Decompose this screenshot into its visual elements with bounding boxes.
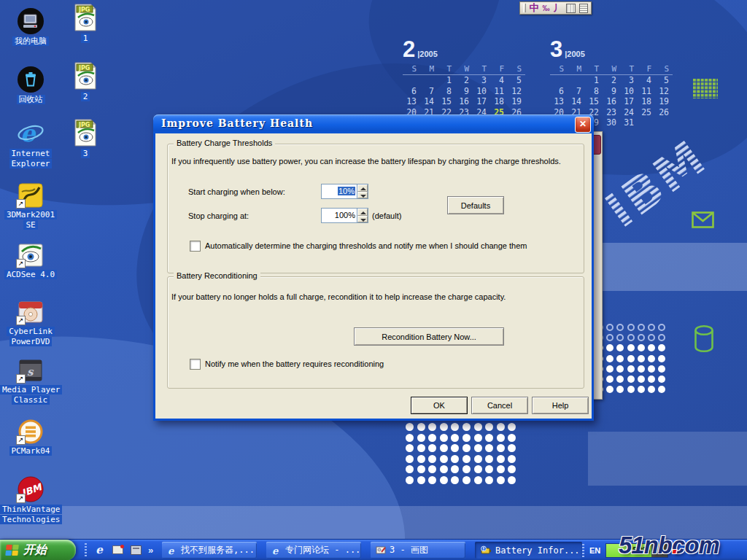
spin-up-button[interactable]	[357, 184, 368, 192]
my-computer-icon[interactable]	[0, 4, 61, 35]
desktop-icon-jpg-file[interactable]: JPG 1	[63, 1, 108, 44]
calendar-day: 5	[655, 75, 673, 86]
mpc-icon[interactable]: s↗	[0, 353, 61, 384]
internet-explorer-icon[interactable]: e	[0, 117, 61, 147]
wallpaper-dot	[485, 455, 493, 463]
wallpaper-dot	[648, 324, 655, 331]
ime-language-bar[interactable]: 中 ‰ 丿	[519, 1, 592, 15]
desktop-icon-jpg-file[interactable]: JPG 3	[63, 117, 108, 159]
quick-launch-grip[interactable]	[85, 543, 87, 556]
calendar-day: 17	[473, 96, 490, 107]
desktop-icon-acdsee[interactable]: ↗ ACDSee 4.0	[0, 238, 61, 280]
wallpaper-dot	[638, 355, 645, 362]
help-button[interactable]: Help	[532, 397, 589, 414]
desktop-icon-label[interactable]: PCMark04	[0, 446, 61, 456]
ime-grip[interactable]	[523, 4, 526, 12]
wallpaper-dot	[428, 423, 436, 431]
powerdvd-icon[interactable]: ↗	[0, 295, 61, 325]
desktop-icon-label[interactable]: 3DMark2001 SE	[0, 210, 61, 230]
pcmark-icon[interactable]: ↗	[0, 414, 61, 445]
wallpaper-dot	[627, 334, 635, 341]
desktop-icon-label[interactable]: ThinkVantage Technologies	[0, 505, 61, 525]
spin-up-button[interactable]	[357, 209, 368, 216]
quick-launch-ie-icon[interactable]: e	[93, 544, 105, 556]
defaults-button[interactable]: Defaults	[447, 196, 504, 214]
start-button[interactable]: 开始	[0, 540, 76, 560]
desktop-icon-mpc[interactable]: s↗ Media Player Classic	[0, 353, 61, 405]
language-indicator[interactable]: EN	[589, 546, 600, 555]
desktop-icon-label[interactable]: 2	[63, 92, 108, 102]
jpg-file-icon[interactable]: JPG	[63, 1, 108, 32]
wallpaper-dot	[658, 376, 665, 383]
task-button-4[interactable]: Battery Infor...	[475, 542, 582, 559]
calendar-month-title: 2|2005	[403, 38, 528, 63]
ok-button[interactable]: OK	[411, 397, 468, 414]
desktop-icon-threedmark[interactable]: ↗ 3DMark2001 SE	[0, 178, 61, 230]
quick-launch-mail-icon[interactable]	[112, 544, 123, 556]
tray-grip[interactable]	[582, 544, 584, 557]
desktop-icon-label[interactable]: 我的电脑	[0, 36, 61, 47]
task-button-1[interactable]: e找不到服务器,...	[162, 542, 257, 559]
ime-punctuation-icon[interactable]: ‰	[543, 4, 550, 12]
stop-charging-label: Stop charging at:	[188, 211, 249, 220]
calendar-day: 26	[655, 107, 673, 118]
close-button[interactable]: ✕	[575, 117, 591, 133]
auto-determine-checkbox-label[interactable]: Automatically determine the charging thr…	[205, 241, 527, 250]
task-button-3[interactable]: 3 - 画图	[371, 542, 465, 559]
wallpaper-dot	[606, 386, 614, 393]
desktop-icon-label[interactable]: 3	[63, 149, 108, 159]
desktop-icon-thinkvantage[interactable]: IBM↗ ThinkVantage Technologies	[0, 472, 61, 525]
wallpaper-dot	[627, 376, 635, 383]
recondition-group-description: If your battery no longer holds a full c…	[171, 292, 506, 301]
quick-launch-show-desktop-icon[interactable]	[130, 544, 142, 556]
ime-options-menu-icon[interactable]	[579, 4, 588, 13]
thinkvantage-icon[interactable]: IBM↗	[0, 472, 61, 503]
cancel-button[interactable]: Cancel	[471, 397, 528, 414]
notify-recondition-checkbox[interactable]	[190, 359, 201, 370]
ime-chinese-mode-icon[interactable]: 中	[530, 2, 539, 14]
start-charging-input[interactable]: 10%	[321, 184, 357, 199]
jpg-file-icon[interactable]: JPG	[63, 117, 108, 147]
stop-charging-input[interactable]: 100%	[321, 208, 357, 223]
ime-soft-keyboard-icon[interactable]	[566, 4, 576, 13]
calendar-day: 12	[508, 86, 525, 97]
desktop-icon-my-computer[interactable]: 我的电脑	[0, 4, 61, 47]
wallpaper-dot	[406, 444, 414, 452]
desktop-icon-label[interactable]: Media Player Classic	[0, 385, 61, 405]
acdsee-icon[interactable]: ↗	[0, 238, 61, 268]
ime-pen-icon[interactable]: 丿	[554, 2, 562, 15]
desktop-icon-recycle-bin[interactable]: 回收站	[0, 63, 61, 105]
spin-down-button[interactable]	[357, 216, 368, 223]
calendar-day: 11	[638, 86, 655, 97]
auto-determine-checkbox[interactable]	[190, 241, 201, 252]
desktop-icon-label[interactable]: Internet Explorer	[0, 149, 61, 169]
quick-launch-chevron-icon[interactable]: »	[148, 545, 153, 556]
task-button-2[interactable]: e专门网论坛 - ...	[266, 542, 361, 559]
jpg-file-icon[interactable]: JPG	[63, 60, 108, 90]
desktop-icon-powerdvd[interactable]: ↗ CyberLink PowerDVD	[0, 295, 61, 347]
desktop-icon-internet-explorer[interactable]: e Internet Explorer	[0, 117, 61, 169]
threedmark-icon[interactable]: ↗	[0, 178, 61, 209]
calendar-day: 19	[655, 96, 673, 107]
desktop-icon-label[interactable]: 1	[63, 34, 108, 44]
calendar-day	[638, 117, 655, 128]
calendar-day: 18	[490, 96, 508, 107]
calendar-day: 2	[603, 75, 620, 86]
cylinder-icon	[693, 324, 715, 354]
desktop-icon-label[interactable]: 回收站	[0, 95, 61, 105]
calendar-day	[420, 75, 438, 86]
wallpaper-dot	[474, 476, 482, 484]
shortcut-arrow-icon: ↗	[16, 199, 26, 209]
recondition-battery-now-button[interactable]: Recondition Battery Now...	[354, 327, 504, 346]
desktop-icon-label[interactable]: CyberLink PowerDVD	[0, 327, 61, 347]
notify-recondition-checkbox-label[interactable]: Notify me when the battery requires reco…	[205, 359, 384, 368]
dialog-titlebar[interactable]: Improve Battery Health ✕	[153, 114, 594, 133]
spin-down-button[interactable]	[357, 192, 368, 199]
month-number: 2	[403, 36, 415, 62]
desktop-icon-jpg-file[interactable]: JPG 2	[63, 60, 108, 102]
wallpaper-dot	[627, 324, 635, 331]
desktop-icon-pcmark[interactable]: ↗ PCMark04	[0, 414, 61, 456]
desktop-icon-label[interactable]: ACDSee 4.0	[0, 270, 61, 280]
wallpaper-dot	[440, 444, 448, 452]
recycle-bin-icon[interactable]	[0, 63, 61, 93]
